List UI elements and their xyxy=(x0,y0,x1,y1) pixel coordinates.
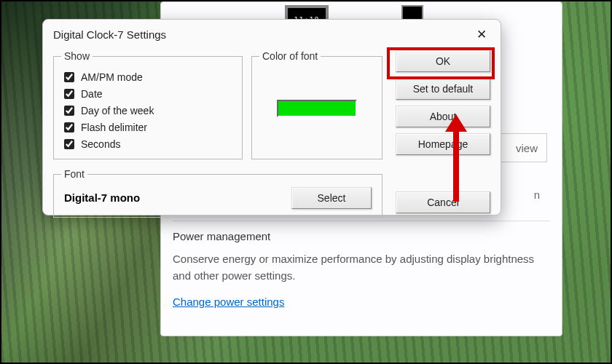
show-group: Show AM/PM mode Date Day of the week Fla… xyxy=(53,50,243,159)
color-legend: Color of font xyxy=(259,50,321,62)
checkbox-ampm[interactable]: AM/PM mode xyxy=(61,70,235,84)
dialog-titlebar: Digital Clock-7 Settings ✕ xyxy=(43,20,501,47)
date-label: Date xyxy=(81,88,103,100)
dayofweek-label: Day of the week xyxy=(81,105,154,116)
flash-checkbox[interactable] xyxy=(64,122,74,132)
ok-button[interactable]: OK xyxy=(396,50,490,72)
checkbox-seconds[interactable]: Seconds xyxy=(61,137,235,151)
homepage-button[interactable]: Homepage xyxy=(396,133,490,155)
dayofweek-checkbox[interactable] xyxy=(64,106,74,116)
ampm-checkbox[interactable] xyxy=(64,72,74,82)
show-legend: Show xyxy=(61,50,93,62)
ampm-label: AM/PM mode xyxy=(81,71,143,83)
close-icon[interactable]: ✕ xyxy=(473,25,490,43)
change-power-settings-link[interactable]: Change power settings xyxy=(173,296,284,308)
truncated-text: n xyxy=(534,189,540,201)
color-group: Color of font xyxy=(251,50,382,159)
flash-label: Flash delimiter xyxy=(81,122,147,133)
font-group: Font Digital-7 mono Select xyxy=(53,168,382,218)
set-default-button[interactable]: Set to default xyxy=(396,78,490,100)
font-legend: Font xyxy=(61,168,87,180)
checkbox-flash[interactable]: Flash delimiter xyxy=(61,120,235,135)
checkbox-dayofweek[interactable]: Day of the week xyxy=(61,103,235,118)
date-checkbox[interactable] xyxy=(64,89,74,99)
power-heading: Power management xyxy=(173,230,550,242)
about-button[interactable]: About xyxy=(396,106,490,127)
seconds-label: Seconds xyxy=(81,138,120,150)
power-description: Conserve energy or maximize performance … xyxy=(173,251,550,284)
font-name-label: Digital-7 mono xyxy=(61,191,291,204)
cancel-button[interactable]: Cancel xyxy=(396,191,490,213)
checkbox-date[interactable]: Date xyxy=(61,87,235,101)
settings-dialog: Digital Clock-7 Settings ✕ Show AM/PM mo… xyxy=(42,19,501,215)
power-management-section: Power management Conserve energy or maxi… xyxy=(173,221,550,309)
font-color-swatch[interactable] xyxy=(277,100,357,117)
select-font-button[interactable]: Select xyxy=(291,187,372,209)
seconds-checkbox[interactable] xyxy=(64,139,74,149)
dialog-title: Digital Clock-7 Settings xyxy=(53,28,166,41)
